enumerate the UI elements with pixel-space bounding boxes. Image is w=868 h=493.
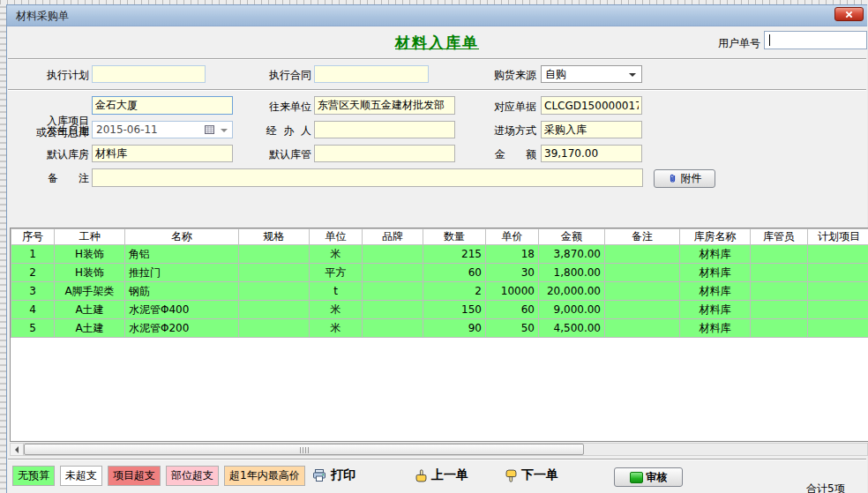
- cell[interactable]: [808, 282, 868, 301]
- calendar-icon[interactable]: [205, 124, 214, 137]
- cell[interactable]: [808, 301, 868, 319]
- cell[interactable]: 材料库: [680, 319, 751, 338]
- cell[interactable]: [605, 245, 680, 264]
- column-header[interactable]: 金额: [539, 229, 605, 245]
- cell[interactable]: [605, 301, 680, 319]
- cell[interactable]: 10000: [486, 282, 539, 301]
- cell[interactable]: 3: [11, 282, 55, 301]
- scrollbar-thumb[interactable]: [24, 444, 584, 455]
- cell[interactable]: 米: [310, 245, 363, 264]
- cell[interactable]: 2: [423, 282, 486, 301]
- column-header[interactable]: 序号: [11, 229, 55, 245]
- cell[interactable]: 材料库: [680, 245, 751, 264]
- cell[interactable]: [239, 245, 310, 264]
- cell[interactable]: 1,800.00: [539, 264, 605, 282]
- cell[interactable]: [808, 264, 868, 282]
- cell[interactable]: [363, 301, 423, 319]
- cell[interactable]: 米: [310, 319, 363, 338]
- entry-mode-input[interactable]: [541, 121, 642, 138]
- cell[interactable]: 18: [486, 245, 539, 264]
- cell[interactable]: [808, 319, 868, 338]
- cell[interactable]: t: [310, 282, 363, 301]
- cell[interactable]: 30: [486, 264, 539, 282]
- cell[interactable]: 材料库: [680, 301, 751, 319]
- cell[interactable]: 60: [423, 264, 486, 282]
- date-input[interactable]: 2015-06-11: [92, 121, 233, 138]
- column-header[interactable]: 规格: [239, 229, 310, 245]
- next-order-button[interactable]: 下一单: [505, 467, 558, 483]
- titlebar[interactable]: 材料采购单: [7, 5, 867, 26]
- default-keeper-input[interactable]: [314, 145, 455, 162]
- cell[interactable]: 1: [11, 245, 55, 264]
- cell[interactable]: H装饰: [55, 245, 125, 264]
- cell[interactable]: A土建: [55, 301, 125, 319]
- default-warehouse-input[interactable]: [92, 145, 233, 162]
- cell[interactable]: [363, 319, 423, 338]
- column-header[interactable]: 名称: [125, 229, 239, 245]
- cell[interactable]: 3,870.00: [539, 245, 605, 264]
- cell[interactable]: [751, 245, 808, 264]
- horizontal-scrollbar[interactable]: [10, 443, 868, 456]
- counterparty-input[interactable]: [314, 96, 455, 115]
- cell[interactable]: 水泥管Φ200: [125, 319, 239, 338]
- cell[interactable]: A脚手架类: [55, 282, 125, 301]
- previous-order-button[interactable]: 上一单: [415, 467, 468, 483]
- column-header[interactable]: 计划项目: [808, 229, 868, 245]
- cell[interactable]: [605, 264, 680, 282]
- cell[interactable]: 50: [486, 319, 539, 338]
- cell[interactable]: [239, 301, 310, 319]
- cell[interactable]: 钢筋: [125, 282, 239, 301]
- exec-plan-input[interactable]: [92, 65, 206, 83]
- cell[interactable]: 5: [11, 319, 55, 338]
- print-button[interactable]: 打印: [312, 467, 355, 483]
- cell[interactable]: [808, 245, 868, 264]
- cell[interactable]: 米: [310, 301, 363, 319]
- column-header[interactable]: 数量: [423, 229, 486, 245]
- cell[interactable]: [605, 319, 680, 338]
- column-header[interactable]: 工种: [55, 229, 125, 245]
- column-header[interactable]: 品牌: [363, 229, 423, 245]
- cell[interactable]: 4,500.00: [539, 319, 605, 338]
- cell[interactable]: 150: [423, 301, 486, 319]
- cell[interactable]: [239, 319, 310, 338]
- cell[interactable]: [363, 264, 423, 282]
- table-row[interactable]: 3A脚手架类钢筋t21000020,000.00材料库: [11, 282, 868, 301]
- table-row[interactable]: 4A土建水泥管Φ400米150609,000.00材料库: [11, 301, 868, 319]
- cell[interactable]: [751, 301, 808, 319]
- cell[interactable]: 材料库: [680, 264, 751, 282]
- table-row[interactable]: 2H装饰推拉门平方60301,800.00材料库: [11, 264, 868, 282]
- project-input[interactable]: [92, 96, 233, 115]
- close-button[interactable]: [834, 7, 864, 21]
- cell[interactable]: 推拉门: [125, 264, 239, 282]
- column-header[interactable]: 库房名称: [680, 229, 751, 245]
- audit-button[interactable]: 审核: [614, 467, 683, 487]
- purchase-source-dropdown[interactable]: 自购: [541, 65, 642, 83]
- cell[interactable]: 60: [486, 301, 539, 319]
- cell[interactable]: [751, 282, 808, 301]
- column-header[interactable]: 单位: [310, 229, 363, 245]
- column-header[interactable]: 单价: [486, 229, 539, 245]
- cell[interactable]: [363, 245, 423, 264]
- column-header[interactable]: 备注: [605, 229, 680, 245]
- cell[interactable]: [751, 319, 808, 338]
- cell[interactable]: [751, 264, 808, 282]
- cell[interactable]: 215: [423, 245, 486, 264]
- cell[interactable]: A土建: [55, 319, 125, 338]
- cell[interactable]: [363, 282, 423, 301]
- cell[interactable]: 2: [11, 264, 55, 282]
- cell[interactable]: 角铝: [125, 245, 239, 264]
- column-header[interactable]: 库管员: [751, 229, 808, 245]
- user-no-input[interactable]: [764, 31, 867, 49]
- amount-input[interactable]: [541, 145, 642, 162]
- cell[interactable]: 9,000.00: [539, 301, 605, 319]
- cell[interactable]: 平方: [310, 264, 363, 282]
- cell[interactable]: 90: [423, 319, 486, 338]
- cell[interactable]: 4: [11, 301, 55, 319]
- scroll-left-button[interactable]: [11, 444, 24, 455]
- chevron-down-icon[interactable]: [221, 129, 228, 132]
- cell[interactable]: [239, 282, 310, 301]
- attachment-button[interactable]: 附件: [654, 169, 715, 188]
- cell[interactable]: 水泥管Φ400: [125, 301, 239, 319]
- cell[interactable]: [239, 264, 310, 282]
- table-row[interactable]: 5A土建水泥管Φ200米90504,500.00材料库: [11, 319, 868, 338]
